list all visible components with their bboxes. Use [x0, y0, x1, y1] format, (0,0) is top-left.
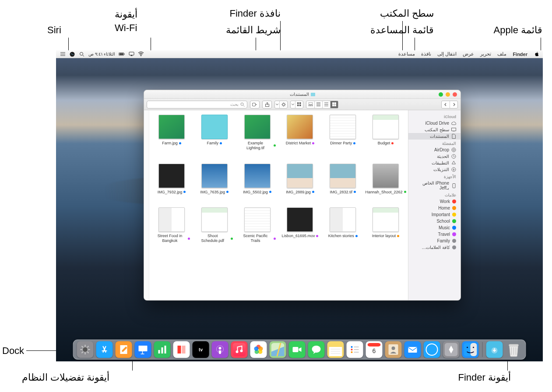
file-item[interactable]: Hannah_Shoot_2262 — [366, 164, 405, 195]
file-item[interactable]: IMG_7635.jpg — [195, 164, 234, 195]
action-chevron[interactable] — [275, 101, 279, 108]
sidebar-item[interactable]: Work — [408, 198, 461, 205]
file-item[interactable]: Example Lighting.tif — [238, 115, 277, 150]
view-icon-button[interactable] — [330, 101, 338, 108]
file-item[interactable]: Dinner Party — [323, 115, 362, 150]
menu-window[interactable]: نافذة — [421, 51, 431, 57]
minimize-button[interactable] — [446, 92, 450, 97]
dock-maps[interactable] — [270, 341, 286, 358]
svg-rect-38 — [158, 350, 160, 354]
file-item[interactable]: IMG_2889.jpg — [281, 164, 320, 195]
menu-go[interactable]: انتقال إلى — [437, 51, 457, 57]
scrollbar[interactable] — [144, 110, 149, 300]
wifi-icon[interactable] — [138, 51, 144, 57]
view-list-button[interactable] — [322, 101, 330, 108]
dock-news[interactable] — [173, 341, 190, 358]
file-thumbnail — [373, 207, 399, 232]
dock-facetime[interactable] — [289, 341, 306, 358]
sidebar-item-label: التطبيقات — [432, 161, 449, 165]
dock-contacts[interactable] — [385, 341, 402, 358]
forward-button[interactable] — [442, 101, 450, 108]
file-thumbnail — [330, 207, 356, 232]
file-item[interactable]: Lisbon_61695.mov — [281, 207, 320, 243]
file-item[interactable]: Kitchen stories — [323, 207, 362, 243]
dock-messages[interactable] — [308, 341, 325, 358]
sidebar-item[interactable]: iPhone الخاص بـJeff — [408, 180, 461, 191]
back-button[interactable] — [450, 101, 457, 108]
dock-photos[interactable] — [250, 341, 267, 358]
dock-pages[interactable] — [116, 341, 132, 358]
sidebar-item[interactable]: التنزيلات — [408, 166, 461, 173]
file-item[interactable]: Scenic Pacific Trails — [238, 207, 277, 243]
view-gallery-button[interactable] — [306, 101, 314, 108]
dock-reminders[interactable] — [347, 341, 363, 358]
menu-help[interactable]: مساعدة — [398, 51, 415, 57]
dock-tv[interactable]: tv — [193, 341, 209, 358]
battery-icon[interactable] — [119, 51, 125, 57]
sidebar-item[interactable]: التطبيقات — [408, 160, 461, 166]
sidebar-item[interactable]: School — [408, 218, 461, 224]
sidebar-item[interactable]: AirDrop — [408, 147, 461, 153]
action-button[interactable] — [279, 101, 287, 108]
sidebar-item[interactable]: الحديثة — [408, 153, 461, 160]
sidebar-item[interactable]: سطح المكتب — [408, 126, 461, 133]
dock-system-preferences[interactable] — [77, 341, 94, 358]
sidebar-item[interactable]: Travel — [408, 231, 461, 238]
dock-keynote[interactable] — [135, 341, 151, 358]
dock-numbers[interactable] — [154, 341, 171, 358]
notification-center-icon[interactable] — [60, 51, 66, 57]
menubar-clock[interactable]: الثلاثاء ٩:٤١ ص — [88, 52, 115, 56]
sidebar-item[interactable]: المستندات — [408, 133, 461, 140]
titlebar[interactable]: المستندات — [144, 90, 461, 99]
view-column-button[interactable] — [314, 101, 322, 108]
apple-menu-icon[interactable] — [534, 52, 539, 57]
svg-rect-24 — [452, 128, 456, 131]
menu-edit[interactable]: تحرير — [480, 51, 491, 57]
file-item[interactable]: Family — [195, 115, 234, 150]
menu-view[interactable]: عرض — [463, 51, 474, 57]
sidebar-item[interactable]: Music — [408, 224, 461, 231]
sidebar-item[interactable]: Important — [408, 211, 461, 218]
dock-notes[interactable] — [327, 341, 344, 358]
dock-mail[interactable] — [404, 341, 421, 358]
dock-safari[interactable] — [424, 341, 440, 358]
file-item[interactable]: IMG_2832.tif — [323, 164, 362, 195]
close-button[interactable] — [453, 92, 457, 97]
sidebar-item[interactable]: كافة العلامات… — [408, 244, 461, 251]
dock-launchpad[interactable] — [443, 341, 460, 358]
menu-file[interactable]: ملف — [497, 51, 506, 57]
file-item[interactable]: Interior layout — [366, 207, 405, 243]
dock-music[interactable] — [231, 341, 248, 358]
group-button[interactable] — [295, 101, 303, 108]
tag-dot-icon — [355, 235, 358, 237]
file-item[interactable]: IMG_7932.jpg — [152, 164, 191, 195]
dock-downloads[interactable] — [486, 341, 503, 358]
siri-icon[interactable] — [69, 51, 75, 57]
group-chevron[interactable] — [291, 101, 295, 108]
file-item[interactable]: IMG_5502.jpg — [238, 164, 277, 195]
sidebar-item[interactable]: Home — [408, 205, 461, 211]
dock-podcasts[interactable] — [212, 341, 229, 358]
dock-appstore[interactable] — [96, 341, 113, 358]
share-button[interactable] — [262, 101, 272, 108]
dock-trash[interactable] — [506, 341, 522, 358]
file-item[interactable]: Street Food in Bangkok — [152, 207, 191, 243]
desktop[interactable]: Finder ملف تحرير عرض انتقال إلى نافذة مس… — [56, 50, 543, 361]
dock-separator — [482, 342, 483, 357]
file-item[interactable]: Budget — [366, 115, 405, 150]
maximize-button[interactable] — [439, 92, 443, 97]
file-item[interactable]: District Market — [281, 115, 320, 150]
airplay-icon[interactable] — [128, 51, 134, 57]
file-item[interactable]: Shoot Schedule.pdf — [195, 207, 234, 243]
spotlight-icon[interactable] — [79, 51, 85, 57]
sidebar-item[interactable]: iCloud Drive — [408, 120, 461, 126]
file-grid[interactable]: BudgetDinner PartyDistrict MarketExample… — [149, 110, 408, 300]
file-item[interactable]: Farm.jpg — [152, 115, 191, 150]
app-name[interactable]: Finder — [513, 52, 527, 57]
tag-dot-icon — [452, 206, 456, 210]
dock-finder[interactable] — [462, 341, 479, 358]
sidebar-item[interactable]: Family — [408, 238, 461, 244]
tags-button[interactable] — [250, 101, 260, 108]
search-field[interactable]: بحث — [147, 101, 247, 108]
dock-calendar[interactable]: 6 — [366, 341, 383, 358]
